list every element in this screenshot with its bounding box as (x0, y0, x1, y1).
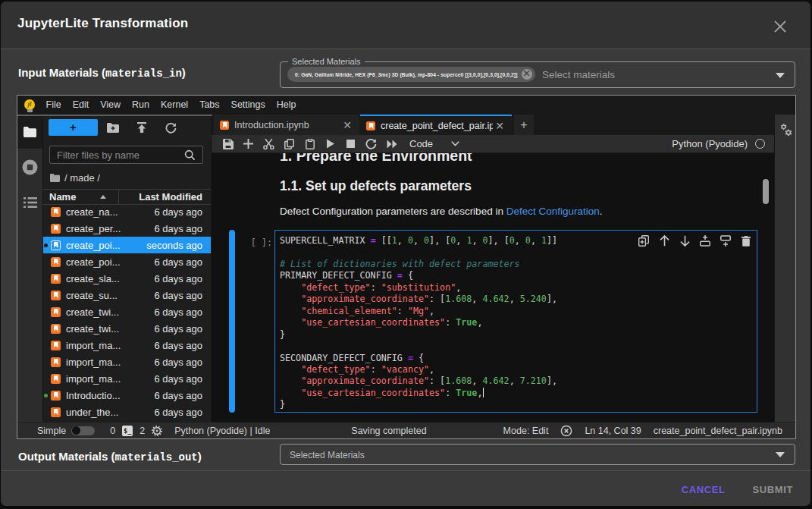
insert-cell-below-button[interactable] (720, 235, 731, 247)
cell-type-dropdown[interactable]: Code (409, 138, 433, 149)
move-cell-down-button[interactable] (679, 235, 690, 247)
mode-indicator[interactable]: Mode: Edit (503, 426, 549, 436)
file-row[interactable]: create_poi...6 days ago (43, 253, 211, 270)
output-materials-select[interactable]: Selected Materials (280, 444, 795, 465)
upload-button[interactable] (133, 119, 150, 136)
breadcrumb[interactable]: / made / (50, 171, 100, 184)
file-row[interactable]: Introductio...6 days ago (43, 387, 211, 404)
file-row[interactable]: create_per...6 days ago (43, 220, 211, 237)
new-tab-button[interactable]: + (514, 115, 534, 135)
jupyter-menubar: FileEditViewRunKernelTabsSettingsHelp (17, 96, 795, 115)
file-row[interactable]: create_sla...6 days ago (43, 270, 211, 287)
new-launcher-button[interactable]: + (49, 119, 98, 136)
dialog-footer: CANCEL SUBMIT (676, 479, 799, 500)
notebook-icon (366, 121, 375, 130)
file-row[interactable]: import_ma...6 days ago (43, 353, 211, 370)
simple-mode-toggle[interactable] (71, 426, 95, 435)
property-inspector-gears-icon[interactable] (779, 123, 793, 137)
file-row[interactable]: import_ma...6 days ago (43, 337, 211, 353)
file-name: import_ma... (66, 340, 121, 351)
interrupt-kernel-button[interactable] (340, 135, 361, 153)
folder-icon (24, 127, 36, 137)
file-name: import_ma... (66, 357, 121, 368)
file-row[interactable]: create_su...6 days ago (43, 287, 211, 303)
menu-kernel[interactable]: Kernel (155, 99, 194, 110)
tab-create-point-defect-pair[interactable]: create_point_defect_pair.ip ✕ (360, 115, 512, 135)
jupyter-main-area: Introduction.ipynb ✕ create_point_defect… (211, 115, 774, 422)
scrollbar-thumb[interactable] (763, 179, 769, 204)
chip-delete-icon[interactable]: ✕ (522, 69, 532, 80)
defect-configuration-link[interactable]: Defect Configuration (506, 206, 600, 217)
dropdown-caret-icon[interactable] (776, 73, 785, 78)
sidebar-tab-running[interactable] (17, 153, 42, 181)
menu-settings[interactable]: Settings (225, 99, 271, 110)
kernel-name[interactable]: Python (Pyodide) (672, 138, 748, 149)
menu-view[interactable]: View (95, 99, 127, 110)
tab-introduction[interactable]: Introduction.ipynb ✕ (214, 115, 359, 135)
kernel-status-icon[interactable] (755, 139, 765, 149)
file-row[interactable]: create_twi...6 days ago (43, 303, 211, 320)
file-row[interactable]: import_ma...6 days ago (43, 370, 211, 387)
duplicate-cell-button[interactable] (638, 235, 649, 247)
delete-cell-button[interactable] (741, 235, 751, 247)
menu-file[interactable]: File (40, 99, 67, 110)
copy-cells-button[interactable] (279, 135, 299, 153)
run-cell-button[interactable] (320, 135, 340, 153)
filter-files-input[interactable] (50, 149, 184, 161)
insert-cell-button[interactable] (238, 135, 259, 153)
menu-tabs[interactable]: Tabs (194, 99, 225, 110)
restart-kernel-button[interactable] (361, 135, 381, 153)
input-select-placeholder: Select materials (542, 69, 615, 80)
file-row[interactable]: create_twi...6 days ago (43, 320, 211, 337)
move-cell-up-button[interactable] (659, 235, 669, 247)
tab-close-icon[interactable]: ✕ (341, 121, 353, 130)
insert-below-icon (720, 235, 731, 247)
cursor-position[interactable]: Ln 14, Col 39 (585, 426, 641, 436)
notebook-scrollbar[interactable] (762, 153, 770, 422)
submit-button[interactable]: SUBMIT (747, 479, 799, 500)
menu-edit[interactable]: Edit (67, 99, 95, 110)
running-sessions-icon (22, 159, 38, 175)
restart-icon (365, 138, 377, 149)
material-chip[interactable]: 0: GaN, Gallium Nitride, HEX (P6_3mc) 3D… (287, 67, 535, 82)
cancel-button[interactable]: CANCEL (676, 479, 732, 500)
open-dot-icon (44, 244, 48, 247)
new-folder-button[interactable] (105, 119, 121, 136)
save-button[interactable] (218, 135, 238, 153)
cut-cells-button[interactable] (259, 135, 279, 153)
run-all-button[interactable] (381, 135, 402, 153)
file-row[interactable]: create_poi...seconds ago (43, 237, 211, 253)
sidebar-tab-toc[interactable] (17, 189, 42, 216)
notebook-file-icon (51, 374, 61, 384)
column-name[interactable]: Name (43, 191, 118, 203)
menu-help[interactable]: Help (271, 99, 302, 110)
file-browser-panel: + / made / (42, 115, 211, 422)
file-modified: 6 days ago (121, 223, 211, 234)
file-modified: 6 days ago (121, 357, 211, 368)
tab-close-icon[interactable]: ✕ (494, 121, 506, 130)
menu-run[interactable]: Run (127, 99, 155, 110)
output-select-placeholder: Selected Materials (290, 450, 365, 460)
kernel-status[interactable]: Python (Pyodide) | Idle (174, 426, 270, 436)
cell-editor[interactable]: SUPERCELL_MATRIX = [[1, 0, 0], [0, 1, 0]… (274, 230, 757, 413)
cell-type-caret-icon[interactable] (451, 141, 459, 146)
refresh-button[interactable] (162, 119, 179, 136)
dropdown-caret-icon[interactable] (776, 452, 785, 457)
right-activity-bar (774, 115, 795, 422)
insert-cell-above-button[interactable] (700, 235, 710, 247)
footer-divider (1, 470, 810, 471)
kernel-icon (152, 426, 162, 436)
sidebar-tab-files[interactable] (17, 115, 42, 149)
input-materials-select[interactable]: Selected Materials 0: GaN, Gallium Nitri… (280, 61, 795, 88)
column-last-modified[interactable]: Last Modified (119, 191, 211, 203)
notebook-file-icon (51, 357, 61, 367)
close-icon[interactable] (774, 20, 786, 33)
paste-cells-button[interactable] (299, 135, 320, 153)
file-row[interactable]: under_the...6 days ago (43, 404, 211, 420)
file-modified: 6 days ago (120, 273, 211, 284)
cut-icon (263, 139, 274, 149)
cell-collapser[interactable] (229, 230, 235, 413)
running-sessions-status[interactable]: 0 $_ 2 (110, 426, 162, 436)
file-modified: 6 days ago (119, 306, 211, 318)
file-row[interactable]: create_na...6 days ago (43, 203, 211, 220)
